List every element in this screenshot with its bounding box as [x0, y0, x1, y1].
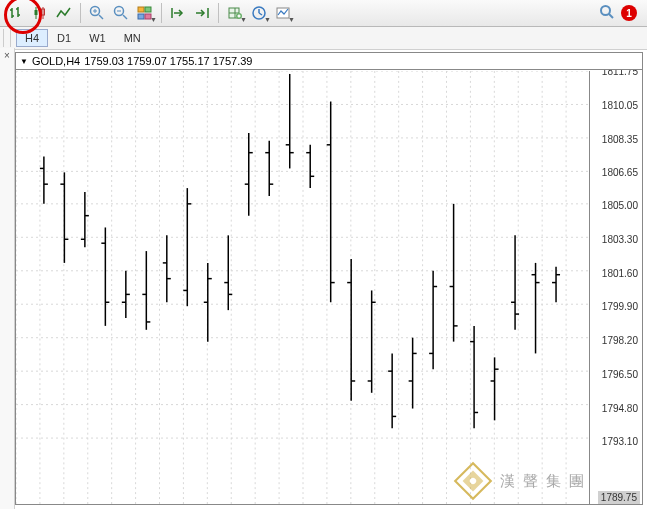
- chart-ohlc: 1759.03 1759.07 1755.17 1757.39: [84, 55, 252, 67]
- zoom-out-button[interactable]: [109, 1, 133, 25]
- chart-panel[interactable]: ▼ GOLD,H4 1759.03 1759.07 1755.17 1757.3…: [15, 52, 643, 505]
- price-label: 1796.50: [602, 368, 638, 379]
- svg-line-34: [609, 14, 613, 18]
- price-label: 1793.10: [602, 436, 638, 447]
- svg-rect-19: [138, 14, 144, 19]
- search-icon[interactable]: [599, 4, 615, 22]
- price-label: 1810.05: [602, 99, 638, 110]
- main-toolbar: ▼ ▼ ▼ ▼ 1: [0, 0, 647, 27]
- zoom-in-button[interactable]: [85, 1, 109, 25]
- price-label: 1801.60: [602, 267, 638, 278]
- svg-line-11: [99, 15, 103, 19]
- chart-plot-area[interactable]: [16, 71, 590, 504]
- price-label: 1806.65: [602, 167, 638, 178]
- svg-rect-18: [145, 7, 151, 12]
- close-chart-button[interactable]: ×: [1, 50, 13, 62]
- notification-badge[interactable]: 1: [621, 5, 637, 21]
- watermark-text: 漢聲集團: [500, 472, 592, 491]
- toolbar-grip: [3, 29, 11, 47]
- price-label: 1794.80: [602, 402, 638, 413]
- chart-header: ▼ GOLD,H4 1759.03 1759.07 1755.17 1757.3…: [16, 53, 642, 70]
- auto-scroll-button[interactable]: [190, 1, 214, 25]
- bar-chart-button[interactable]: [4, 1, 28, 25]
- dropdown-icon[interactable]: ▼: [20, 57, 28, 66]
- price-label: 1803.30: [602, 233, 638, 244]
- timeframe-w1[interactable]: W1: [80, 29, 115, 47]
- price-label: 1805.00: [602, 200, 638, 211]
- svg-line-31: [259, 13, 262, 15]
- tile-windows-button[interactable]: ▼: [133, 1, 157, 25]
- periodicity-button[interactable]: ▼: [247, 1, 271, 25]
- indicators-button[interactable]: ▼: [223, 1, 247, 25]
- svg-line-15: [123, 15, 127, 19]
- timeframe-bar: H4D1W1MN: [0, 27, 647, 50]
- chart-container: × ▼ GOLD,H4 1759.03 1759.07 1755.17 1757…: [0, 48, 647, 509]
- svg-rect-7: [35, 10, 38, 15]
- shift-chart-button[interactable]: [166, 1, 190, 25]
- last-price-box: 1789.75: [598, 491, 640, 504]
- timeframe-mn[interactable]: MN: [115, 29, 150, 47]
- timeframe-h4[interactable]: H4: [16, 29, 48, 47]
- price-axis: 1811.751810.051808.351806.651805.001803.…: [589, 71, 642, 504]
- templates-button[interactable]: ▼: [271, 1, 295, 25]
- chart-symbol: GOLD,H4: [32, 55, 80, 67]
- timeframe-d1[interactable]: D1: [48, 29, 80, 47]
- svg-rect-17: [138, 7, 144, 12]
- candlestick-button[interactable]: [28, 1, 52, 25]
- price-label: 1808.35: [602, 133, 638, 144]
- svg-point-33: [601, 6, 610, 15]
- price-label: 1799.90: [602, 301, 638, 312]
- watermark: 漢聲集團: [452, 460, 592, 502]
- line-chart-button[interactable]: [52, 1, 76, 25]
- price-label: 1798.20: [602, 335, 638, 346]
